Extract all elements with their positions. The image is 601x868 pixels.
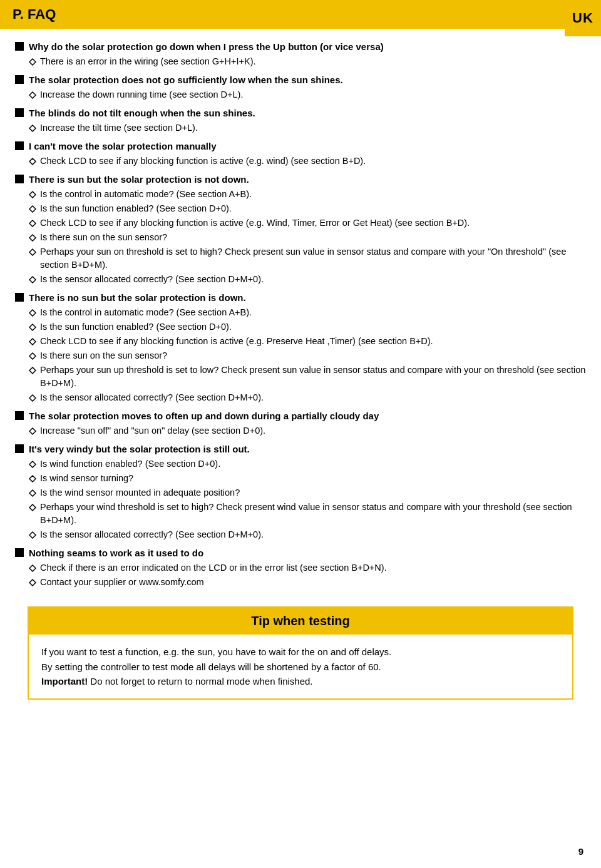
- faq-answer-text: Is wind function enabled? (See section D…: [40, 457, 220, 471]
- faq-answer: Perhaps your wind threshold is set to hi…: [29, 501, 586, 527]
- faq-answers: Check LCD to see if any blocking functio…: [15, 155, 586, 168]
- diamond-icon: [29, 156, 36, 164]
- svg-marker-14: [29, 367, 36, 374]
- diamond-icon: [29, 530, 36, 538]
- svg-marker-12: [29, 339, 36, 345]
- diamond-icon: [29, 337, 36, 344]
- bullet-square-icon: [15, 293, 24, 302]
- list-item: It's very windy but the solar protection…: [15, 442, 586, 541]
- faq-answer-text: Is there sun on the sun sensor?: [40, 349, 167, 362]
- svg-marker-3: [29, 158, 36, 165]
- diamond-icon: [29, 275, 36, 282]
- bullet-square-icon: [15, 42, 24, 51]
- page-title: P. FAQ: [13, 6, 56, 22]
- bullet-square-icon: [15, 444, 24, 453]
- faq-answer: Is the sensor allocated correctly? (See …: [29, 273, 586, 286]
- svg-marker-7: [29, 235, 36, 241]
- main-content: Why do the solar protection go down when…: [0, 29, 601, 723]
- list-item: I can't move the solar protection manual…: [15, 140, 586, 168]
- bullet-square-icon: [15, 411, 24, 420]
- faq-answer: Increase the down running time (see sect…: [29, 88, 586, 101]
- faq-answer: Perhaps your sun on threshold is set to …: [29, 245, 586, 272]
- diamond-icon: [29, 474, 36, 481]
- faq-answer-text: Is there sun on the sun sensor?: [40, 231, 167, 244]
- faq-question-text: The solar protection moves to often up a…: [29, 409, 379, 422]
- diamond-icon: [29, 365, 36, 373]
- svg-marker-18: [29, 476, 36, 482]
- svg-marker-2: [29, 125, 36, 131]
- faq-answer: Is the sun function enabled? (See sectio…: [29, 202, 586, 215]
- svg-marker-4: [29, 191, 36, 198]
- svg-marker-19: [29, 490, 36, 496]
- list-item: The solar protection does not go suffici…: [15, 73, 586, 101]
- faq-answer: Check if there is an error indicated on …: [29, 561, 586, 574]
- list-item: The solar protection moves to often up a…: [15, 409, 586, 437]
- diamond-icon: [29, 459, 36, 467]
- uk-badge-text: UK: [572, 10, 593, 26]
- faq-answer-text: Check if there is an error indicated on …: [40, 561, 387, 574]
- tip-header: Tip when testing: [29, 608, 572, 635]
- diamond-icon: [29, 123, 36, 131]
- faq-question: It's very windy but the solar protection…: [15, 442, 586, 456]
- tip-box: Tip when testing If you want to test a f…: [28, 606, 573, 700]
- faq-answers: Is the control in automatic mode? (See s…: [15, 306, 586, 404]
- diamond-icon: [29, 233, 36, 240]
- faq-answers: Increase "sun off" and "sun on" delay (s…: [15, 424, 586, 437]
- faq-answer: Contact your supplier or www.somfy.com: [29, 576, 586, 589]
- faq-question: Why do the solar protection go down when…: [15, 40, 586, 53]
- svg-marker-8: [29, 249, 36, 255]
- faq-answer: Is there sun on the sun sensor?: [29, 349, 586, 362]
- faq-answer: Is the control in automatic mode? (See s…: [29, 188, 586, 201]
- tip-body: If you want to test a function, e.g. the…: [29, 635, 572, 698]
- faq-answers: Increase the down running time (see sect…: [15, 88, 586, 101]
- faq-answer: Is the wind sensor mounted in adequate p…: [29, 486, 586, 499]
- faq-answer-text: Is wind sensor turning?: [40, 472, 133, 485]
- faq-answer-text: Contact your supplier or www.somfy.com: [40, 576, 204, 589]
- faq-answer: Is the sensor allocated correctly? (See …: [29, 528, 586, 541]
- uk-badge: UK: [565, 0, 601, 36]
- page-container: UK P. FAQ Why do the solar protection go…: [0, 0, 601, 868]
- faq-answer-text: Is the control in automatic mode? (See s…: [40, 188, 252, 201]
- diamond-icon: [29, 247, 36, 255]
- faq-answer-text: Check LCD to see if any blocking functio…: [40, 217, 470, 230]
- diamond-icon: [29, 488, 36, 496]
- faq-answers: Is wind function enabled? (See section D…: [15, 457, 586, 541]
- faq-answer-text: There is an error in the wiring (see sec…: [40, 55, 256, 68]
- faq-answer-text: Is the sun function enabled? (See sectio…: [40, 320, 232, 334]
- list-item: There is sun but the solar protection is…: [15, 173, 586, 286]
- faq-answer-text: Check LCD to see if any blocking functio…: [40, 335, 433, 348]
- faq-answer-text: Perhaps your sun on threshold is set to …: [40, 245, 586, 272]
- svg-marker-16: [29, 428, 36, 434]
- svg-marker-6: [29, 220, 36, 227]
- faq-answer: Increase "sun off" and "sun on" delay (s…: [29, 424, 586, 437]
- diamond-icon: [29, 308, 36, 315]
- svg-marker-13: [29, 353, 36, 359]
- diamond-icon: [29, 57, 36, 64]
- faq-question-text: The solar protection does not go suffici…: [29, 73, 343, 86]
- diamond-icon: [29, 393, 36, 401]
- tip-important-text: Do not forget to return to normal mode w…: [88, 676, 312, 687]
- bullet-square-icon: [15, 175, 24, 183]
- faq-answers: Check if there is an error indicated on …: [15, 561, 586, 589]
- diamond-icon: [29, 190, 36, 197]
- bullet-square-icon: [15, 548, 24, 557]
- svg-marker-9: [29, 277, 36, 283]
- faq-question: Nothing seams to work as it used to do: [15, 546, 586, 559]
- svg-marker-21: [29, 532, 36, 538]
- svg-marker-22: [29, 565, 36, 571]
- faq-answer: Is wind sensor turning?: [29, 472, 586, 485]
- svg-marker-11: [29, 324, 36, 330]
- faq-question-text: Nothing seams to work as it used to do: [29, 546, 203, 559]
- list-item: There is no sun but the solar protection…: [15, 291, 586, 404]
- diamond-icon: [29, 503, 36, 510]
- faq-answer: Is the control in automatic mode? (See s…: [29, 306, 586, 319]
- faq-answer-text: Is the wind sensor mounted in adequate p…: [40, 486, 240, 499]
- faq-answer: Check LCD to see if any blocking functio…: [29, 335, 586, 348]
- faq-question: The solar protection does not go suffici…: [15, 73, 586, 86]
- diamond-icon: [29, 322, 36, 330]
- faq-question-text: It's very windy but the solar protection…: [29, 442, 250, 456]
- faq-question: The solar protection moves to often up a…: [15, 409, 586, 422]
- faq-answer-text: Is the sensor allocated correctly? (See …: [40, 273, 264, 286]
- faq-question-text: There is no sun but the solar protection…: [29, 291, 246, 304]
- faq-answers: There is an error in the wiring (see sec…: [15, 55, 586, 68]
